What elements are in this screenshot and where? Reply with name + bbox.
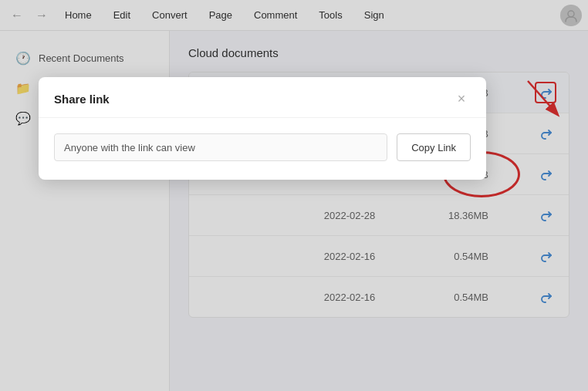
share-link-input[interactable] xyxy=(54,133,387,161)
copy-link-button[interactable]: Copy Link xyxy=(397,133,471,161)
modal-title: Share link xyxy=(54,93,110,106)
modal-header: Share link × xyxy=(39,77,486,118)
modal-overlay: Share link × Copy Link xyxy=(0,0,588,391)
modal-close-button[interactable]: × xyxy=(452,89,471,108)
modal-body: Copy Link xyxy=(39,118,486,180)
share-link-modal: Share link × Copy Link xyxy=(39,77,486,180)
